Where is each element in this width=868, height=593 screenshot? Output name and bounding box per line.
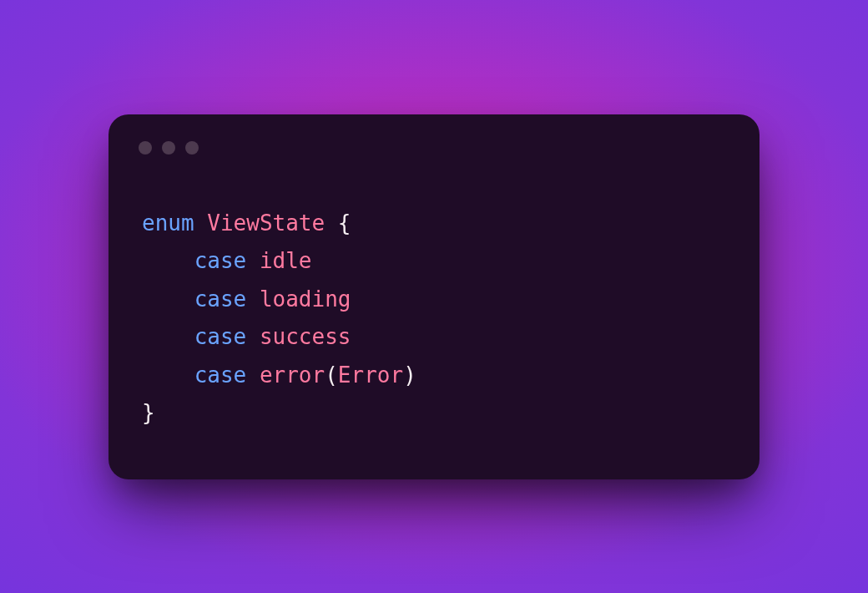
keyword-case: case	[194, 324, 247, 349]
type-viewstate: ViewState	[207, 210, 325, 236]
space	[194, 210, 208, 236]
traffic-light-close-icon[interactable]	[139, 141, 152, 155]
space	[246, 324, 260, 349]
indent	[142, 248, 194, 273]
paren-open: (	[325, 362, 338, 388]
space	[246, 286, 260, 312]
traffic-light-minimize-icon[interactable]	[162, 141, 175, 155]
keyword-case: case	[194, 286, 247, 312]
brace-close: }	[142, 400, 155, 425]
brace-open: {	[325, 210, 351, 236]
code-block: enum ViewState { case idle case loading …	[135, 155, 733, 433]
paren-close: )	[403, 362, 416, 388]
window-titlebar	[135, 138, 733, 155]
traffic-light-zoom-icon[interactable]	[185, 141, 199, 155]
keyword-enum: enum	[142, 210, 194, 236]
case-idle: idle	[260, 248, 312, 273]
space	[246, 248, 260, 273]
indent	[142, 324, 194, 349]
indent	[142, 362, 194, 388]
case-loading: loading	[260, 286, 351, 312]
indent	[142, 286, 194, 312]
code-window: enum ViewState { case idle case loading …	[108, 114, 760, 479]
keyword-case: case	[194, 362, 247, 388]
keyword-case: case	[194, 248, 247, 273]
type-error: Error	[338, 362, 403, 388]
case-success: success	[260, 324, 351, 349]
case-error: error	[260, 362, 325, 388]
space	[246, 362, 260, 388]
